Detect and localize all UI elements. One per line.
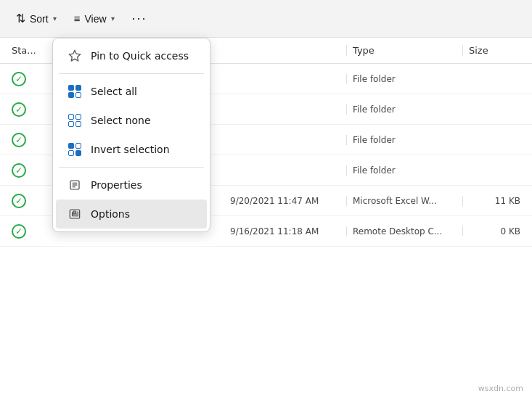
file-size: 0 KB [462,226,520,236]
more-icon: ··· [132,11,147,25]
menu-item-select-none[interactable]: Select none [56,106,207,135]
file-type: File folder [346,104,462,115]
svg-rect-7 [73,211,75,213]
col-type-header: Type [346,45,462,56]
status-icon: ✓ [12,194,26,208]
sort-label: Sort [30,13,49,25]
sort-icon: ⇅ [16,12,25,25]
menu-options-label: Options [91,208,130,220]
menu-item-options[interactable]: Options [56,200,207,229]
menu-properties-label: Properties [91,179,142,191]
status-icon: ✓ [12,102,26,117]
file-date: 9/16/2021 11:18 AM [230,226,346,236]
file-type: Microsoft Excel W... [346,196,462,206]
menu-item-invert[interactable]: Invert selection [56,135,207,164]
select-all-icon [67,84,82,99]
file-type: Remote Desktop C... [346,226,462,236]
menu-item-select-all[interactable]: Select all [56,77,207,106]
properties-icon [67,178,82,192]
watermark: wsxdn.com [478,384,523,393]
file-size: 11 KB [462,196,520,206]
file-type: File folder [346,165,462,176]
menu-separator [59,73,204,74]
menu-select-all-label: Select all [91,86,137,97]
col-status-header: Sta... [12,45,55,56]
view-label: View [84,13,106,25]
invert-icon [67,142,82,157]
view-icon: ≡ [74,12,81,25]
status-icon: ✓ [12,72,26,86]
file-date: 9/20/2021 11:47 AM [230,196,346,206]
sort-button[interactable]: ⇅ Sort ▾ [9,7,64,30]
menu-item-pin[interactable]: Pin to Quick access [56,41,207,70]
svg-marker-0 [70,51,81,61]
status-icon: ✓ [12,163,26,178]
select-none-icon [67,113,82,128]
more-button[interactable]: ··· [125,7,155,30]
star-icon [67,49,82,63]
context-menu: Pin to Quick access Select all [52,38,210,232]
toolbar: ⇅ Sort ▾ ≡ View ▾ ··· [0,0,532,38]
view-button[interactable]: ≡ View ▾ [67,8,122,29]
menu-select-none-label: Select none [91,115,151,126]
options-icon [67,207,82,221]
file-type: File folder [346,74,462,84]
status-icon: ✓ [12,224,26,239]
status-icon: ✓ [12,133,26,147]
sort-chevron-icon: ▾ [53,15,57,22]
content-area: Sta... Type Size ✓ File folder ✓ File fo… [0,38,532,399]
menu-invert-label: Invert selection [91,144,170,155]
menu-item-properties[interactable]: Properties [56,170,207,200]
col-size-header: Size [462,45,520,56]
menu-pin-label: Pin to Quick access [91,50,189,62]
file-type: File folder [346,135,462,145]
view-chevron-icon: ▾ [111,15,115,22]
menu-separator-2 [59,167,204,168]
